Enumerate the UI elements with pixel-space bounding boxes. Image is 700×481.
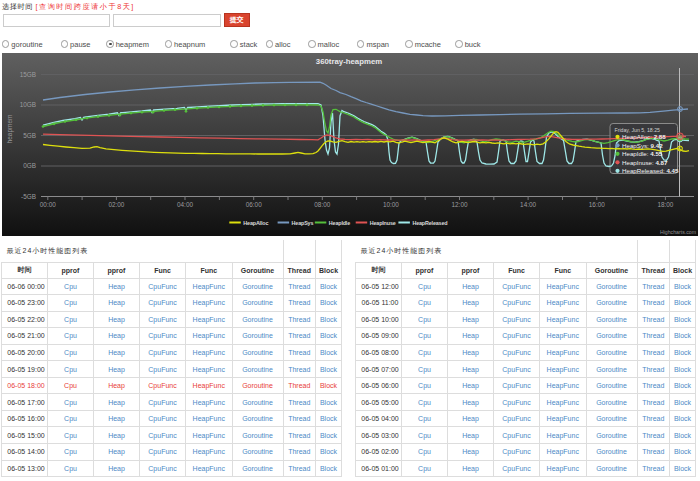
svg-text:HeapAlloc: HeapAlloc <box>243 220 268 226</box>
svg-text:HeapReleased: 4.45: HeapReleased: 4.45 <box>622 167 679 174</box>
svg-text:15GB: 15GB <box>20 71 36 78</box>
svg-text:HeapAlloc: 2.88: HeapAlloc: 2.88 <box>622 133 666 140</box>
svg-text:16:00: 16:00 <box>589 201 605 208</box>
svg-text:HeapIdle: HeapIdle <box>329 220 350 226</box>
svg-text:00:00: 00:00 <box>40 201 56 208</box>
svg-text:0GB: 0GB <box>23 162 36 169</box>
svg-text:Friday, Jun 5, 18:25: Friday, Jun 5, 18:25 <box>615 127 661 133</box>
svg-text:HeapSys: HeapSys <box>292 220 314 226</box>
svg-text:10GB: 10GB <box>20 101 36 108</box>
svg-text:18:00: 18:00 <box>657 201 673 208</box>
svg-text:04:00: 04:00 <box>177 201 193 208</box>
svg-text:HeapSys: 9.42: HeapSys: 9.42 <box>622 142 663 149</box>
svg-text:10:00: 10:00 <box>383 201 399 208</box>
svg-text:-5GB: -5GB <box>21 193 36 200</box>
svg-text:06:00: 06:00 <box>246 201 262 208</box>
svg-text:02:00: 02:00 <box>108 201 124 208</box>
svg-text:heapmem: heapmem <box>6 115 14 144</box>
svg-text:Highcharts.com: Highcharts.com <box>660 229 696 235</box>
svg-text:14:00: 14:00 <box>520 201 536 208</box>
svg-text:HeapIdle: 4.55: HeapIdle: 4.55 <box>622 150 663 157</box>
svg-text:08:00: 08:00 <box>314 201 330 208</box>
svg-text:12:00: 12:00 <box>452 201 468 208</box>
svg-text:HeapReleased: HeapReleased <box>412 220 447 226</box>
svg-text:5GB: 5GB <box>23 132 36 139</box>
svg-text:HeapInuse: 4.87: HeapInuse: 4.87 <box>622 159 668 166</box>
svg-text:360tray-heapmem: 360tray-heapmem <box>316 57 382 66</box>
svg-text:HeapInuse: HeapInuse <box>370 220 396 226</box>
